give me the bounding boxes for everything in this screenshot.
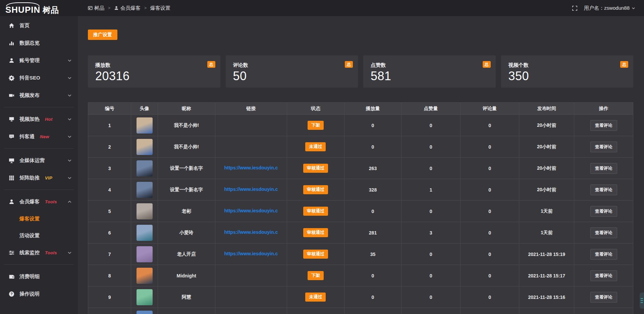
cell-link: https://www.iesdouyin.c: [215, 158, 287, 179]
sidebar-item-视频加热[interactable]: 视频加热Hot: [0, 110, 78, 128]
cell-link: https://www.iesdouyin.c: [215, 222, 287, 244]
cell-action: 查看评论: [574, 265, 633, 286]
help-icon: ?: [9, 291, 14, 297]
stat-card-label: 播放数: [95, 62, 213, 68]
sidebar-item-全媒体运营[interactable]: 全媒体运营: [0, 152, 78, 169]
svg-text:?: ?: [10, 292, 12, 296]
screen-icon: [9, 116, 14, 122]
cell-likes: [401, 308, 460, 314]
sidebar-subitem-label: 活动设置: [19, 232, 40, 239]
sidebar-item-tag: Hot: [45, 117, 53, 122]
cell-plays: 281: [344, 222, 401, 244]
sidebar-item-矩阵助推[interactable]: 矩阵助推VIP: [0, 169, 78, 187]
sidebar-item-操作说明[interactable]: ?操作说明: [0, 285, 78, 303]
sidebar-item-会员爆客[interactable]: 会员爆客Tools: [0, 193, 78, 210]
table-row: [88, 308, 633, 314]
status-badge: 审核通过: [303, 164, 328, 173]
cell-id: 7: [88, 244, 131, 265]
table-row: 3设置一个新名字https://www.iesdouyin.c审核通过26300…: [88, 158, 633, 179]
username-label: 用户名：zswodun88: [584, 5, 630, 11]
view-comments-button[interactable]: 查看评论: [590, 227, 617, 238]
cell-id: 3: [88, 158, 131, 179]
sidebar-item-抖客通[interactable]: 抖客通New: [0, 128, 78, 145]
user-icon: [114, 6, 119, 10]
video-link[interactable]: https://www.iesdouyin.c: [224, 187, 278, 192]
column-header-头像: 头像: [131, 103, 158, 115]
dashboard-icon: [88, 6, 93, 10]
view-comments-button[interactable]: 查看评论: [590, 270, 617, 281]
cell-link: [215, 265, 287, 286]
view-comments-button[interactable]: 查看评论: [590, 185, 617, 195]
cell-link: [215, 136, 287, 158]
cell-comments: 0: [460, 265, 519, 286]
sidebar-item-抖音SEO[interactable]: 抖音SEO: [0, 69, 78, 87]
cell-avatar: [131, 179, 158, 201]
breadcrumb-item[interactable]: 树品: [88, 5, 104, 11]
sidebar-item-label: 操作说明: [19, 291, 40, 297]
breadcrumb-item[interactable]: 会员爆客: [114, 5, 141, 11]
floating-widget[interactable]: [640, 293, 644, 309]
cell-status: 下架: [287, 115, 344, 136]
cell-id: 1: [88, 115, 131, 136]
sidebar-item-数据总览[interactable]: 数据总览: [0, 34, 78, 52]
sidebar-divider: [4, 190, 74, 190]
video-link[interactable]: https://www.iesdouyin.c: [224, 251, 278, 256]
video-link[interactable]: https://www.iesdouyin.c: [224, 165, 278, 170]
view-comments-button[interactable]: 查看评论: [590, 142, 617, 152]
chevron-down-icon: [67, 176, 72, 180]
avatar: [137, 182, 153, 198]
status-badge: 未通过: [305, 142, 326, 151]
view-comments-button[interactable]: 查看评论: [590, 292, 617, 303]
cell-status: 审核通过: [287, 244, 344, 265]
view-comments-button[interactable]: 查看评论: [590, 120, 617, 131]
sidebar-item-首页[interactable]: 首页: [0, 17, 78, 34]
cell-comments: 0: [460, 244, 519, 265]
view-comments-button[interactable]: 查看评论: [590, 206, 617, 217]
sidebar-item-视频发布[interactable]: 视频发布: [0, 87, 78, 104]
sidebar: 首页数据总览账号管理抖音SEO视频发布视频加热Hot抖客通New全媒体运营矩阵助…: [0, 16, 78, 314]
stat-card-value: 50: [233, 69, 351, 83]
cell-status: 审核通过: [287, 222, 344, 244]
sidebar-item-线索监控[interactable]: 线索监控Tools: [0, 244, 78, 261]
view-comments-button[interactable]: 查看评论: [590, 163, 617, 174]
cell-comments: 0: [460, 222, 519, 244]
cell-plays: [344, 308, 401, 314]
user-menu[interactable]: 用户名：zswodun88: [584, 5, 635, 11]
breadcrumb-label: 树品: [94, 5, 104, 11]
chevron-down-icon: [67, 251, 72, 255]
promotion-settings-button[interactable]: 推广设置: [88, 30, 117, 40]
cell-avatar: [131, 308, 158, 314]
fullscreen-icon[interactable]: [572, 6, 577, 11]
gear-icon: [9, 75, 14, 81]
videos-table: 编号头像昵称链接状态播放量点赞量评论量发布时间操作 1我不是小帅!下架00020…: [88, 102, 633, 314]
sidebar-item-label: 抖音SEO: [19, 75, 40, 81]
sidebar-subitem-活动设置[interactable]: 活动设置: [0, 227, 78, 244]
logo-text-en: SHUPIN: [5, 2, 40, 14]
video-link[interactable]: https://www.iesdouyin.c: [224, 229, 278, 235]
column-header-昵称: 昵称: [158, 103, 215, 115]
view-comments-button[interactable]: 查看评论: [590, 249, 617, 260]
chevron-down-icon: [67, 76, 72, 80]
stat-card-播放数: 播放数20316总: [88, 55, 220, 88]
cell-comments: 0: [460, 179, 519, 201]
table-row: 5老彬https://www.iesdouyin.c审核通过0001天前查看评论: [88, 201, 633, 222]
video-link[interactable]: https://www.iesdouyin.c: [224, 208, 278, 213]
cell-status: 审核通过: [287, 179, 344, 201]
stat-card-label: 评论数: [233, 62, 351, 68]
status-badge: 未通过: [305, 293, 326, 302]
cell-link: [215, 308, 287, 314]
status-badge: 审核通过: [303, 250, 328, 259]
chevron-down-icon: [632, 6, 635, 10]
sidebar-subitem-爆客设置[interactable]: 爆客设置: [0, 210, 78, 227]
sidebar-item-消费明细[interactable]: 消费明细: [0, 268, 78, 285]
cell-action: 查看评论: [574, 158, 633, 179]
cell-likes: 0: [401, 286, 460, 308]
chevron-down-icon: [67, 117, 72, 121]
cell-avatar: [131, 265, 158, 286]
breadcrumb-item[interactable]: 爆客设置: [150, 5, 170, 11]
sidebar-item-label: 抖客通: [19, 134, 35, 140]
cell-id: 5: [88, 201, 131, 222]
sidebar-item-账号管理[interactable]: 账号管理: [0, 52, 78, 69]
avatar: [137, 225, 153, 241]
avatar: [137, 289, 153, 305]
